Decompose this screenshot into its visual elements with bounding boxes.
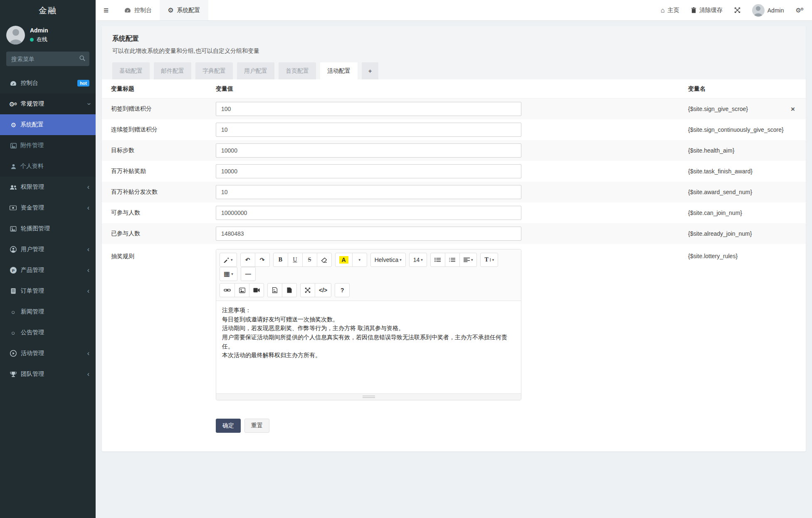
file-image-icon — [272, 287, 277, 293]
table-row: 百万补贴奖励 {$site.task_finish_award} — [102, 161, 806, 182]
sidebar-item-notice[interactable]: ○ 公告管理 — [0, 322, 96, 343]
navbar-right: ⌂ 主页 清除缓存 Admin — [655, 0, 812, 20]
style-dropdown-button[interactable]: ▾ — [220, 253, 237, 267]
editor-paragraph: 用户需要保证活动期间所提供的个人信息真实有效，若因信息错误导致无法联系到中奖者，… — [222, 333, 515, 351]
sidebar-item-permission[interactable]: 权限管理 ‹ — [0, 177, 96, 197]
sidebar-item-activity[interactable]: 活动管理 ‹ — [0, 343, 96, 364]
var-value-input[interactable] — [216, 206, 521, 220]
var-name: {$site.task_finish_award} — [688, 168, 753, 175]
sidebar-item-news[interactable]: ○ 新闻管理 — [0, 301, 96, 322]
link-button[interactable] — [220, 283, 235, 297]
link-icon — [224, 288, 231, 292]
var-value-input[interactable] — [216, 123, 521, 137]
sidebar-item-carousel[interactable]: 轮播图管理 — [0, 218, 96, 239]
tab-index-config[interactable]: 首页配置 — [279, 62, 316, 79]
settings-button[interactable]: ⚙⚙ — [790, 0, 812, 20]
sidebar-item-system-config[interactable]: ⚙ 系统配置 — [0, 114, 96, 135]
editor-resize-handle[interactable] — [363, 396, 375, 398]
editor-fullscreen-button[interactable] — [300, 283, 315, 297]
sidebar-item-profile[interactable]: 个人资料 — [0, 156, 96, 177]
page-root: 金融 Admin 在线 控制台 hot — [0, 0, 812, 518]
content-area: 系统配置 可以在此增改系统的变量和分组,也可以自定义分组和变量 基础配置 邮件配… — [96, 21, 812, 518]
close-icon[interactable]: × — [791, 106, 795, 113]
sidebar-item-team[interactable]: 团队管理 ‹ — [0, 364, 96, 385]
editor-toolbar: ▾ ↶ ↷ B — [216, 249, 521, 301]
help-button[interactable]: ? — [335, 283, 350, 297]
horizontal-rule-button[interactable]: — — [241, 267, 256, 281]
undo-button[interactable]: ↶ — [240, 253, 255, 267]
sidebar-item-funds[interactable]: 资金管理 ‹ — [0, 197, 96, 218]
font-color-button[interactable]: A — [335, 253, 353, 267]
table-icon: ▦ — [224, 271, 230, 277]
font-size-dropdown[interactable]: 14 ▾ — [409, 253, 427, 267]
clear-format-button[interactable] — [317, 253, 332, 267]
var-value-input[interactable] — [216, 185, 521, 199]
config-tabs: 基础配置 邮件配置 字典配置 用户配置 首页配置 活动配置 + — [112, 62, 795, 79]
var-title: 初签到赠送积分 — [102, 105, 216, 113]
sidebar-item-products[interactable]: P 产品管理 ‹ — [0, 260, 96, 281]
tab-mail-config[interactable]: 邮件配置 — [154, 62, 191, 79]
var-value-input[interactable] — [216, 164, 521, 178]
sidebar-item-label: 公告管理 — [21, 329, 44, 336]
home-link[interactable]: ⌂ 主页 — [655, 0, 685, 20]
var-title: 百万补贴奖励 — [102, 168, 216, 175]
clear-cache-button[interactable]: 清除缓存 — [685, 0, 728, 20]
picture-icon — [239, 288, 245, 293]
font-family-dropdown[interactable]: Helvetica ▾ — [370, 253, 406, 267]
align-icon — [464, 257, 470, 262]
caret-down-icon: ▾ — [231, 258, 233, 262]
table-row: 目标步数 {$site.health_aim} — [102, 140, 806, 161]
var-title: 抽奖规则 — [102, 249, 216, 260]
ordered-list-button[interactable] — [445, 253, 460, 267]
picture-button[interactable] — [234, 283, 249, 297]
sidebar-item-dashboard[interactable]: 控制台 hot — [0, 73, 96, 94]
navbar-avatar — [752, 4, 765, 17]
sidebar-toggle-icon[interactable]: ≡ — [96, 0, 116, 20]
strikethrough-button[interactable]: S — [302, 253, 317, 267]
tab-user-config[interactable]: 用户配置 — [237, 62, 274, 79]
paragraph-align-dropdown[interactable]: ▾ — [459, 253, 477, 267]
color-a-icon: A — [339, 256, 348, 264]
var-value-input[interactable] — [216, 227, 521, 241]
var-value-input[interactable] — [216, 102, 521, 116]
tab-dict-config[interactable]: 字典配置 — [195, 62, 233, 79]
hot-badge: hot — [77, 80, 89, 86]
var-title: 目标步数 — [102, 147, 216, 154]
trash-icon — [691, 7, 696, 13]
editor-paragraph: 本次活动的最终解释权归主办方所有。 — [222, 351, 515, 360]
navbar-tab-dashboard[interactable]: 控制台 — [116, 0, 160, 20]
ok-button[interactable]: 确定 — [216, 419, 241, 433]
navbar-user-name: Admin — [768, 7, 784, 14]
video-button[interactable] — [249, 283, 264, 297]
sidebar-item-orders[interactable]: 订单管理 ‹ — [0, 281, 96, 301]
tab-activity-config[interactable]: 活动配置 — [320, 62, 358, 79]
user-circle-icon — [9, 246, 17, 253]
page-subtitle: 可以在此增改系统的变量和分组,也可以自定义分组和变量 — [112, 47, 795, 55]
redo-button[interactable]: ↷ — [255, 253, 270, 267]
sidebar-item-general[interactable]: ⚙⚙ 常规管理 ‹ — [0, 94, 96, 114]
table-dropdown[interactable]: ▦ ▾ — [220, 267, 237, 281]
line-height-dropdown[interactable]: TI ▾ — [480, 253, 498, 267]
fullscreen-button[interactable] — [728, 0, 746, 20]
navbar-tab-system-config[interactable]: ⚙ 系统配置 — [160, 0, 208, 20]
magic-wand-icon — [224, 257, 230, 263]
search-input[interactable] — [6, 52, 89, 66]
sidebar-item-users[interactable]: 用户管理 ‹ — [0, 239, 96, 260]
unordered-list-button[interactable] — [430, 253, 445, 267]
tab-add-button[interactable]: + — [362, 62, 378, 79]
underline-button[interactable]: U — [288, 253, 303, 267]
font-color-dropdown[interactable]: ▾ — [352, 253, 367, 267]
editor-content[interactable]: 注意事项： 每日签到或邀请好友均可赠送一次抽奖次数。 活动期间，若发现恶意刷奖、… — [216, 301, 521, 393]
sidebar-item-label: 轮播图管理 — [21, 225, 50, 232]
code-view-button[interactable]: </> — [315, 283, 331, 297]
user-status: 在线 — [30, 36, 48, 43]
bold-button[interactable]: B — [273, 253, 288, 267]
tab-basic-config[interactable]: 基础配置 — [112, 62, 150, 79]
attach-image-file-button[interactable] — [267, 283, 282, 297]
var-name: {$site.health_aim} — [688, 147, 734, 154]
navbar-user-menu[interactable]: Admin — [746, 0, 790, 20]
reset-button[interactable]: 重置 — [244, 419, 269, 433]
attach-file-button[interactable] — [282, 283, 297, 297]
sidebar-item-attachment[interactable]: 附件管理 — [0, 135, 96, 156]
var-value-input[interactable] — [216, 143, 521, 158]
